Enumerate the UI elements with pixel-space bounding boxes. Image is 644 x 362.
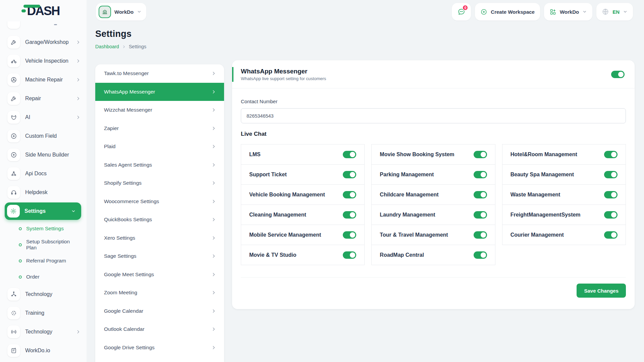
settings-nav-item-sales-agent-settings[interactable]: Sales Agent Settings: [95, 156, 224, 174]
sidebar-item-label: WorkDo.io: [25, 348, 80, 354]
module-toggle-mobile-service-management[interactable]: [343, 231, 356, 239]
circle-bullet-icon: [19, 243, 22, 246]
plus-circle-icon: [7, 130, 20, 142]
module-label: Laundry Management: [380, 212, 435, 218]
sidebar-subitem-label: Order: [26, 274, 40, 280]
module-cell-cleaning-management: Cleaning Management: [241, 204, 365, 225]
plus-circle-icon: [480, 8, 487, 15]
module-label: Cleaning Management: [249, 212, 306, 218]
circle-bullet-icon: [19, 276, 22, 279]
save-changes-button[interactable]: Save Changes: [577, 284, 626, 298]
sidebar-subitem-setup-subscription-plan[interactable]: Setup Subscription Plan: [0, 237, 87, 253]
chevron-down-icon: [137, 9, 142, 14]
module-toggle-tour-travel-management[interactable]: [474, 231, 487, 239]
settings-nav-item-google-meet-settings[interactable]: Google Meet Settings: [95, 265, 224, 284]
settings-nav-item-label: Zoom Meeting: [104, 290, 137, 296]
sidebar-item-garage-workshop[interactable]: Garage/Workshop: [0, 33, 87, 52]
sidebar-item-ai[interactable]: AI: [0, 108, 87, 127]
create-workspace-button[interactable]: Create Workspace: [475, 3, 540, 20]
settings-nav-item-google-drive-settings[interactable]: Google Drive Settings: [95, 339, 224, 357]
settings-nav-item-plaid[interactable]: Plaid: [95, 137, 224, 156]
sidebar-item-workdo-io[interactable]: WorkDo.io: [0, 341, 87, 360]
settings-nav-item-label: Woocommerce Settings: [104, 198, 159, 204]
settings-nav-item-label: Zapier: [104, 125, 119, 131]
sidebar-item-api-docs[interactable]: Api Docs: [0, 164, 87, 183]
settings-nav-item-quickbooks-settings[interactable]: QuickBooks Settings: [95, 210, 224, 229]
settings-nav-item-zoom-meeting[interactable]: Zoom Meeting: [95, 284, 224, 302]
module-toggle-movie-show-booking-system[interactable]: [474, 151, 487, 158]
module-toggle-laundry-management[interactable]: [474, 211, 487, 219]
contact-number-input[interactable]: [241, 108, 626, 123]
messages-button[interactable]: 0: [452, 3, 471, 20]
chevron-right-icon: [76, 77, 80, 82]
plus-circle-icon: [7, 148, 20, 161]
settings-nav-item-tawk-to-messenger[interactable]: Tawk.to Messenger: [95, 64, 224, 83]
sidebar-item-helpdesk[interactable]: Helpdesk: [0, 183, 87, 202]
module-cell-hotel-room-management: Hotel&Room Management: [502, 144, 626, 165]
settings-nav-item-label: Sage Settings: [104, 253, 137, 259]
language-button[interactable]: EN: [596, 3, 633, 20]
sidebar-subitem-system-settings[interactable]: System Settings: [0, 221, 87, 237]
module-toggle-hotel-room-management[interactable]: [604, 151, 618, 158]
workspace-menu-label: WorkDo: [560, 9, 579, 15]
brand-logo-dash: [23, 5, 40, 8]
globe-icon: [602, 8, 609, 15]
whatsapp-enabled-toggle[interactable]: [611, 71, 625, 78]
sidebar-item-machine-repair[interactable]: Machine Repair: [0, 70, 87, 89]
chevron-down-icon: [71, 209, 76, 214]
module-cell-freightmanagementsystem: FreightManagementSystem: [502, 204, 626, 225]
settings-nav-item-shopify-settings[interactable]: Shopify Settings: [95, 174, 224, 192]
module-toggle-beauty-spa-management[interactable]: [604, 171, 618, 178]
sidebar-item-repair[interactable]: Repair: [0, 89, 87, 108]
chevron-right-icon: [211, 254, 216, 258]
settings-nav-item-outlook-calendar[interactable]: Outlook Calendar: [95, 320, 224, 339]
settings-nav-item-whatsapp-messenger[interactable]: WhatsApp Messenger: [95, 83, 224, 101]
sidebar-item-vehicle-inspection[interactable]: Vehicle Inspection: [0, 52, 87, 70]
sidebar-item-label: Machine Repair: [25, 77, 71, 83]
workspace-switcher-button[interactable]: WorkDo: [96, 3, 146, 20]
wrench-icon: [7, 36, 20, 49]
breadcrumb: Dashboard Settings: [95, 44, 146, 49]
sidebar-item-training[interactable]: Training: [0, 304, 87, 322]
sidebar-item-custom-field[interactable]: Custom Field: [0, 127, 87, 145]
module-toggle-parking-management[interactable]: [474, 171, 487, 178]
module-toggle-cleaning-management[interactable]: [343, 211, 356, 219]
module-toggle-childcare-management[interactable]: [474, 191, 487, 198]
chevron-down-icon: [623, 9, 628, 14]
workspace-menu-button[interactable]: WorkDo: [544, 3, 592, 20]
sidebar-subitem-referral-program[interactable]: Referral Program: [0, 253, 87, 269]
sidebar-item-label: Custom Field: [25, 133, 80, 139]
module-toggle-waste-management[interactable]: [604, 191, 618, 198]
module-toggle-roadmap-central[interactable]: [474, 251, 487, 259]
panel-body: Contact Number Live Chat LMS Movie Show …: [232, 99, 635, 298]
sidebar-item-side-menu-builder[interactable]: Side Menu Builder: [0, 145, 87, 164]
module-toggle-freightmanagementsystem[interactable]: [604, 211, 618, 219]
chevron-right-icon: [211, 290, 216, 295]
sidebar-item-label: Garage/Workshop: [25, 39, 71, 45]
module-label: Vehicle Booking Management: [249, 192, 325, 198]
sidebar-item-label: Side Menu Builder: [25, 152, 80, 158]
settings-nav-item-wizzchat-messenger[interactable]: Wizzchat Messenger: [95, 101, 224, 119]
sidebar-item-partial[interactable]: [0, 21, 87, 33]
settings-nav-item-sage-settings[interactable]: Sage Settings: [95, 247, 224, 265]
chevron-right-icon: [211, 108, 216, 112]
sidebar-subitem-order[interactable]: Order: [0, 269, 87, 285]
settings-nav-item-google-calendar[interactable]: Google Calendar: [95, 302, 224, 320]
settings-nav-item-xero-settings[interactable]: Xero Settings: [95, 229, 224, 247]
chevron-right-icon: [76, 329, 80, 334]
page-title: Settings: [95, 29, 131, 39]
module-toggle-courier-management[interactable]: [604, 231, 618, 239]
brand-logo[interactable]: DASH: [0, 0, 87, 21]
sidebar-item-technology[interactable]: Technology: [0, 322, 87, 341]
sidebar-item-settings[interactable]: Settings: [5, 202, 81, 220]
module-toggle-vehicle-booking-management[interactable]: [343, 191, 356, 198]
sidebar-item-technology[interactable]: Technology: [0, 285, 87, 304]
sidebar-nav: Garage/Workshop Vehicle Inspection Machi…: [0, 21, 87, 362]
settings-nav-item-label: Xero Settings: [104, 235, 135, 241]
settings-nav-item-zapier[interactable]: Zapier: [95, 119, 224, 138]
module-toggle-lms[interactable]: [343, 151, 356, 158]
module-toggle-movie-tv-studio[interactable]: [343, 251, 356, 259]
module-toggle-support-ticket[interactable]: [343, 171, 356, 178]
breadcrumb-dashboard-link[interactable]: Dashboard: [95, 44, 119, 49]
settings-nav-item-woocommerce-settings[interactable]: Woocommerce Settings: [95, 192, 224, 211]
